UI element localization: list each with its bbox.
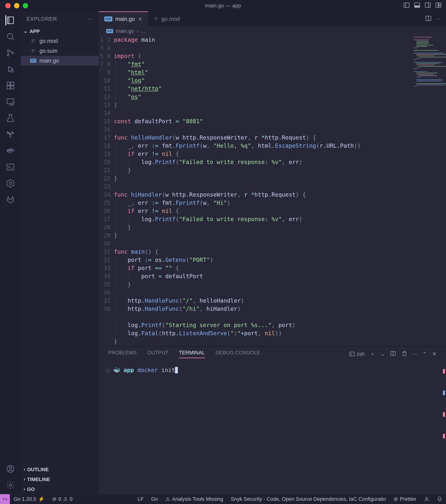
layout-right-icon[interactable]	[424, 2, 431, 10]
explorer-root-label: APP	[30, 28, 40, 34]
panel-tab-output[interactable]: OUTPUT	[147, 350, 168, 358]
activity-bar	[0, 11, 21, 494]
gitlab-activity[interactable]	[5, 195, 16, 205]
terminal-activity[interactable]	[5, 162, 16, 172]
svg-point-12	[7, 50, 9, 52]
sidebar-section-go[interactable]: ›GO	[21, 484, 99, 494]
svg-rect-28	[9, 148, 10, 150]
section-label: GO	[27, 486, 35, 492]
section-label: TIMELINE	[27, 476, 50, 482]
terraform-activity[interactable]	[5, 129, 16, 140]
terminal-args: init	[161, 367, 175, 373]
terminal-cwd: app	[124, 367, 134, 373]
svg-rect-0	[404, 3, 409, 7]
svg-point-16	[11, 70, 14, 72]
layout-left-icon[interactable]	[403, 2, 410, 10]
svg-rect-3	[415, 6, 420, 7]
terminal[interactable]: ○ 🐳 app docker init	[99, 361, 446, 494]
code-editor[interactable]: 1 2 3 4 5 6 7 8 9 10 11 12 13 14 15 16 1…	[99, 36, 446, 346]
source-control-activity[interactable]	[5, 48, 16, 58]
remote-explorer-activity[interactable]	[5, 97, 16, 107]
window-controls	[0, 3, 28, 8]
terminal-command: docker	[137, 367, 158, 373]
breadcrumb[interactable]: GO main.go › ...	[99, 27, 446, 36]
search-activity[interactable]	[5, 32, 16, 42]
svg-rect-29	[10, 148, 12, 150]
extensions-activity[interactable]	[5, 80, 16, 91]
close-window-button[interactable]	[5, 3, 11, 8]
feedback-icon[interactable]	[420, 496, 433, 502]
explorer-activity[interactable]	[5, 15, 16, 25]
terminal-markers	[443, 369, 445, 438]
breadcrumb-more: ...	[141, 28, 146, 34]
chevron-right-icon: ›	[23, 486, 25, 492]
close-panel-icon[interactable]: ✕	[432, 351, 437, 357]
layout-bottom-icon[interactable]	[414, 2, 421, 10]
go-icon: GO	[106, 29, 113, 33]
docker-activity[interactable]	[5, 146, 16, 156]
svg-line-11	[12, 38, 14, 40]
language-status[interactable]: Go	[147, 496, 162, 502]
kill-terminal-icon[interactable]	[401, 350, 407, 358]
minimap[interactable]	[414, 37, 444, 94]
title-bar: main.go — app	[0, 0, 446, 11]
split-editor-icon[interactable]	[425, 15, 432, 23]
sidebar-section-timeline[interactable]: ›TIMELINE	[21, 474, 99, 484]
close-tab-icon[interactable]: ✕	[138, 16, 142, 22]
file-row[interactable]: go.sum	[21, 46, 99, 56]
terminal-cursor	[175, 367, 178, 373]
run-debug-activity[interactable]	[5, 64, 16, 74]
chevron-right-icon: ›	[23, 476, 25, 482]
tab-label: go.mod	[161, 16, 180, 22]
panel-more-icon[interactable]: ···	[413, 351, 417, 357]
problems-status[interactable]: ⊘0 ⚠0	[48, 494, 76, 504]
explorer-sidebar: EXPLORER ··· ⌄ APP go.modgo.sumGOmain.go…	[21, 11, 99, 494]
svg-point-10	[7, 34, 13, 39]
go-version[interactable]: Go 1.20.5⚡	[10, 494, 48, 504]
maximize-panel-icon[interactable]: ⌃	[423, 351, 427, 357]
svg-rect-20	[11, 86, 14, 89]
split-terminal-icon[interactable]	[390, 350, 396, 358]
go-icon: GO	[104, 17, 112, 21]
chevron-down-icon: ⌄	[23, 28, 28, 34]
layout-grid-icon[interactable]	[435, 2, 442, 10]
editor-more-icon[interactable]: ···	[436, 16, 441, 22]
settings-activity[interactable]	[5, 480, 16, 490]
sidebar-section-outline[interactable]: ›OUTLINE	[21, 465, 99, 474]
maximize-window-button[interactable]	[23, 3, 28, 8]
panel-tab-debug-console[interactable]: DEBUG CONSOLE	[216, 350, 260, 358]
testing-activity[interactable]	[5, 113, 16, 123]
editor-tab[interactable]: go.mod	[148, 11, 186, 27]
notifications-icon[interactable]	[433, 496, 446, 502]
terminal-profile-icon[interactable]: zsh	[349, 351, 365, 357]
file-row[interactable]: go.mod	[21, 36, 99, 46]
eol-status[interactable]: LF	[134, 496, 147, 502]
file-lines-icon	[30, 38, 36, 43]
remote-indicator[interactable]	[0, 494, 10, 504]
bottom-panel: PROBLEMSOUTPUTTERMINALDEBUG CONSOLE zsh …	[99, 346, 446, 494]
file-row[interactable]: GOmain.go	[21, 56, 99, 66]
section-label: OUTLINE	[27, 467, 49, 472]
warning-icon: ⚠	[63, 496, 68, 502]
minimize-window-button[interactable]	[14, 3, 19, 8]
explorer-more-icon[interactable]: ···	[88, 16, 93, 22]
file-name: go.sum	[39, 48, 58, 54]
new-terminal-icon[interactable]: ＋	[370, 351, 375, 358]
breadcrumb-file: main.go	[116, 28, 134, 34]
analysis-tools-status[interactable]: ⚠Analysis Tools Missing	[162, 496, 227, 502]
svg-rect-6	[436, 3, 438, 7]
file-lines-icon	[154, 16, 158, 22]
snyk-status[interactable]: Snyk Security - Code, Open Source Depend…	[227, 496, 390, 502]
svg-point-13	[7, 54, 9, 56]
explorer-root-section[interactable]: ⌄ APP	[21, 27, 99, 36]
panel-tab-problems[interactable]: PROBLEMS	[108, 350, 137, 358]
editor-tab[interactable]: GOmain.go✕	[99, 11, 148, 27]
bolt-icon: ⚡	[38, 496, 45, 502]
terminal-dropdown-icon[interactable]: ⌄	[380, 351, 385, 357]
svg-point-23	[12, 103, 14, 105]
kubernetes-activity[interactable]	[5, 178, 16, 188]
prettier-status[interactable]: ⊘Prettier	[390, 496, 420, 502]
accounts-activity[interactable]	[5, 464, 16, 474]
file-name: go.mod	[39, 38, 58, 44]
panel-tab-terminal[interactable]: TERMINAL	[179, 350, 205, 358]
